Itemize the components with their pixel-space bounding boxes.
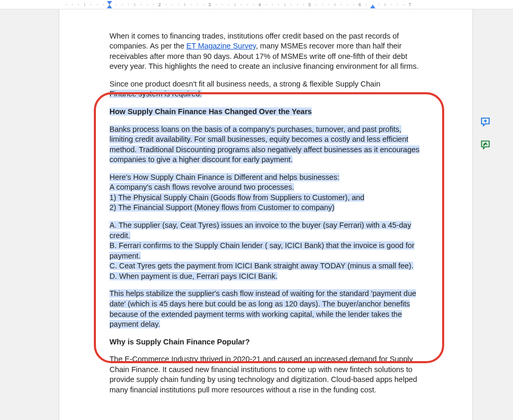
ruler-tick: 7 (405, 0, 415, 9)
comment-suggest-rail (479, 116, 492, 152)
add-comment-icon (480, 116, 491, 129)
add-comment-button[interactable] (479, 116, 492, 129)
body-text[interactable]: Since one product doesn't fit all busine… (109, 79, 422, 100)
body-text[interactable]: The E-Commerce Industry thrived in 2020-… (109, 354, 422, 395)
heading-section-2[interactable]: Why is Supply Chain Finance Popular? (109, 337, 422, 348)
document-body[interactable]: billion. When it comes to financing trad… (109, 9, 422, 395)
editor-canvas[interactable]: billion. When it comes to financing trad… (0, 9, 513, 420)
suggest-edits-icon (480, 139, 491, 152)
body-text[interactable]: Here's How Supply Chain Finance is Diffe… (109, 172, 422, 213)
hyperlink-et-magazine-survey[interactable]: ET Magazine Survey (187, 42, 256, 50)
horizontal-ruler: 1234567 (0, 0, 513, 9)
selected-text[interactable]: Finance system is required. (109, 90, 202, 98)
page[interactable]: billion. When it comes to financing trad… (59, 9, 472, 420)
body-text[interactable]: A. The supplier (say, Ceat Tyres) issues… (109, 220, 422, 281)
body-text[interactable]: This helps stabilize the supplier's cash… (109, 289, 422, 329)
suggest-edits-button[interactable] (479, 139, 492, 152)
body-text[interactable]: Banks process loans on the basis of a co… (109, 125, 422, 165)
body-text[interactable]: When it comes to financing trades, insti… (109, 31, 422, 72)
heading-section-1[interactable]: How Supply Chain Finance Has Changed Ove… (109, 107, 422, 117)
text-run[interactable]: Since one product doesn't fit all busine… (109, 80, 380, 88)
